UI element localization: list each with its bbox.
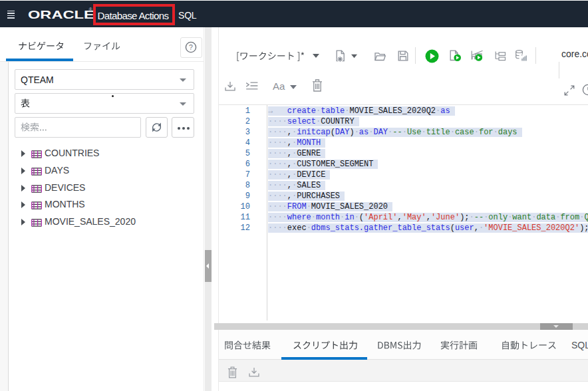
svg-text:?: ?	[189, 43, 193, 51]
